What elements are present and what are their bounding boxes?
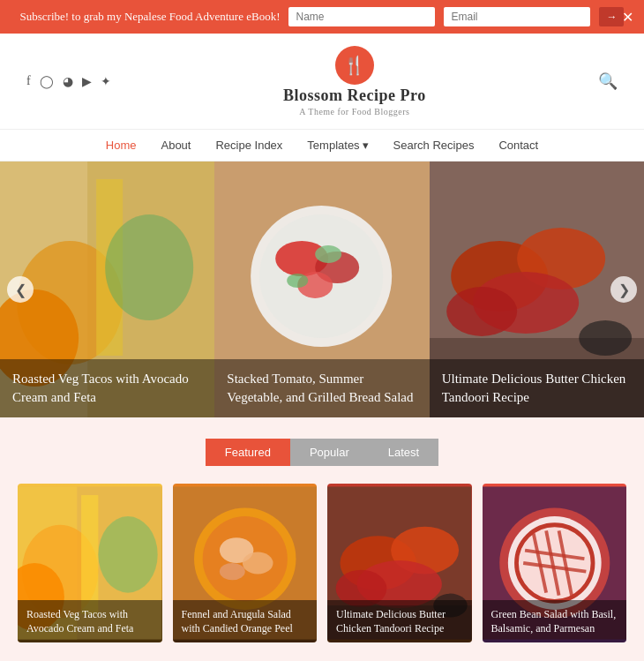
slide-2-caption: Stacked Tomato, Summer Vegetable, and Gr… (214, 359, 429, 417)
tab-bar: Featured Popular Latest (18, 439, 626, 466)
banner-close-button[interactable]: ✕ (622, 9, 633, 26)
nav-home[interactable]: Home (106, 139, 137, 152)
card-3-caption: Ultimate Delicious Butter Chicken Tandoo… (327, 600, 472, 642)
svg-rect-28 (81, 495, 98, 614)
banner-name-input[interactable] (288, 7, 435, 26)
card-2-caption: Fennel and Arugula Salad with Candied Or… (173, 600, 318, 642)
tab-featured[interactable]: Featured (206, 439, 290, 466)
featured-card-4[interactable]: Green Bean Salad with Basil, Balsamic, a… (483, 484, 627, 642)
slide-3-caption: Ultimate Delicious Butter Chicken Tandoo… (430, 359, 644, 417)
facebook-icon[interactable]: f (26, 74, 31, 88)
nav-contact[interactable]: Contact (498, 139, 538, 152)
slide-1-caption: Roasted Veg Tacos with Avocado Cream and… (0, 359, 214, 417)
logo-icon: 🍴 (335, 46, 374, 85)
chevron-down-icon: ▾ (363, 139, 369, 152)
slide-2[interactable]: Stacked Tomato, Summer Vegetable, and Gr… (214, 161, 429, 417)
card-4-caption: Green Bean Salad with Basil, Balsamic, a… (483, 600, 627, 642)
banner-text: Subscribe! to grab my Nepalese Food Adve… (20, 10, 281, 24)
card-1-caption: Roasted Veg Tacos with Avocado Cream and… (18, 600, 162, 642)
slider-right-arrow[interactable]: ❯ (610, 276, 637, 303)
nav-recipe-index[interactable]: Recipe Index (215, 139, 282, 152)
featured-card-2[interactable]: Fennel and Arugula Salad with Candied Or… (173, 484, 318, 642)
top-banner: Subscribe! to grab my Nepalese Food Adve… (0, 0, 644, 34)
featured-card-1[interactable]: Roasted Veg Tacos with Avocado Cream and… (18, 484, 162, 642)
svg-point-29 (98, 516, 157, 593)
nav-templates[interactable]: Templates ▾ (307, 139, 368, 152)
logo-subtitle: A Theme for Food Bloggers (299, 107, 409, 116)
site-header: f ◯ ◕ ▶ ✦ 🍴 Blossom Recipe Pro A Theme f… (0, 34, 644, 130)
logo-title: Blossom Recipe Pro (283, 86, 426, 105)
twitter-icon[interactable]: ✦ (101, 74, 111, 89)
slider-left-arrow[interactable]: ❮ (7, 276, 34, 303)
featured-card-3[interactable]: Ultimate Delicious Butter Chicken Tandoo… (327, 484, 472, 642)
nav-about[interactable]: About (161, 139, 191, 152)
hero-slider: ❮ Roasted Veg Tacos with Avocado Cream a… (0, 161, 644, 417)
youtube-icon[interactable]: ▶ (82, 74, 92, 89)
instagram-icon[interactable]: ◯ (40, 74, 54, 89)
svg-point-35 (219, 563, 244, 580)
site-logo[interactable]: 🍴 Blossom Recipe Pro A Theme for Food Bl… (283, 46, 426, 116)
search-icon[interactable]: 🔍 (598, 71, 618, 91)
banner-email-input[interactable] (444, 7, 590, 26)
tab-latest[interactable]: Latest (369, 439, 438, 466)
svg-point-34 (242, 552, 273, 574)
tab-popular[interactable]: Popular (290, 439, 369, 466)
main-nav: Home About Recipe Index Templates ▾ Sear… (0, 130, 644, 161)
featured-cards-grid: Roasted Veg Tacos with Avocado Cream and… (18, 484, 626, 642)
banner-submit-button[interactable]: → (599, 7, 624, 26)
pinterest-icon[interactable]: ◕ (63, 74, 73, 89)
featured-section: Featured Popular Latest Roasted Veg Taco… (0, 417, 644, 661)
social-icons: f ◯ ◕ ▶ ✦ (26, 74, 111, 89)
nav-search-recipes[interactable]: Search Recipes (393, 139, 475, 152)
